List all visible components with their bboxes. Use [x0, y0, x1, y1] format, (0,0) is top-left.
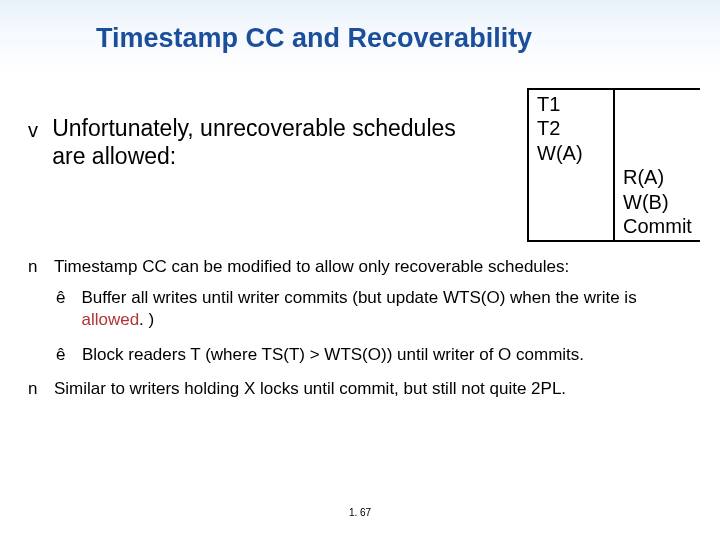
main-text: Unfortunately, unrecoverable schedules a… [52, 114, 460, 170]
cell-t2: R(A) W(B) Commit [614, 89, 700, 241]
sp1-c: . ) [139, 310, 154, 329]
main-point: v Unfortunately, unrecoverable schedules… [28, 88, 460, 170]
t2-label: T2 [537, 116, 605, 140]
top-row: v Unfortunately, unrecoverable schedules… [28, 88, 692, 242]
slide-title: Timestamp CC and Recoverability [96, 23, 532, 54]
list-item: n Timestamp CC can be modified to allow … [28, 256, 692, 278]
subpoint-1: Buffer all writes until writer commits (… [81, 287, 692, 332]
point-2: Similar to writers holding X locks until… [54, 378, 566, 400]
cell-t1: T1 T2 W(A) [528, 89, 614, 241]
table-row: T1 T2 W(A) R(A) W(B) Commit [528, 89, 700, 241]
t2-w-b: W(B) [623, 190, 692, 214]
slide-content: v Unfortunately, unrecoverable schedules… [0, 76, 720, 401]
page-number: 1. 67 [349, 507, 371, 518]
sub-list: n Timestamp CC can be modified to allow … [28, 256, 692, 400]
bullet-e: ê [56, 344, 72, 366]
subpoint-2: Block readers T (where TS(T) > WTS(O)) u… [82, 344, 584, 366]
t1-label: T1 [537, 92, 605, 116]
t1-w-a: W(A) [537, 141, 605, 165]
list-item: ê Buffer all writes until writer commits… [56, 287, 692, 332]
sub-sub-list: ê Buffer all writes until writer commits… [56, 287, 692, 366]
sp1-allowed: allowed [81, 310, 139, 329]
point-1: Timestamp CC can be modified to allow on… [54, 256, 569, 278]
title-bar: Timestamp CC and Recoverability [0, 0, 720, 76]
sp1-a: Buffer all writes until writer commits (… [81, 288, 636, 307]
bullet-n: n [28, 256, 44, 278]
bullet-n: n [28, 378, 44, 400]
t2-commit: Commit [623, 214, 692, 238]
list-item: n Similar to writers holding X locks unt… [28, 378, 692, 400]
bullet-main: v [28, 118, 40, 142]
schedule-table: T1 T2 W(A) R(A) W(B) Commit [527, 88, 700, 242]
bullet-e: ê [56, 287, 71, 332]
list-item: ê Block readers T (where TS(T) > WTS(O))… [56, 344, 692, 366]
t2-r-a: R(A) [623, 165, 692, 189]
